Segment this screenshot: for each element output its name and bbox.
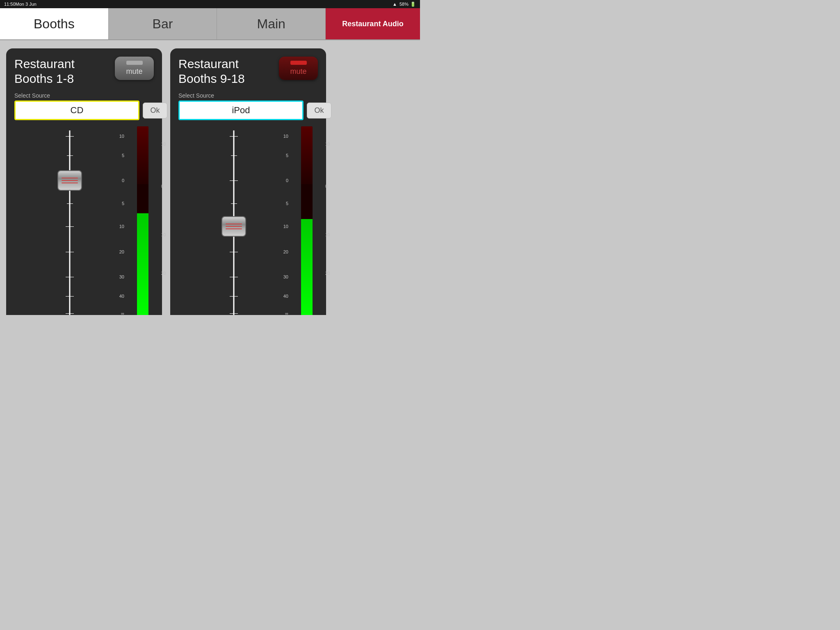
- z2-tick-40: [230, 296, 238, 297]
- z2-tick-10-top: [230, 136, 238, 137]
- zone2-source-section: Select Source Ok: [178, 92, 318, 120]
- fader-line-1: [62, 178, 78, 178]
- zone1-fader-knob[interactable]: [57, 170, 82, 191]
- tick-20: [66, 252, 74, 252]
- tab-booths[interactable]: Booths: [0, 8, 109, 39]
- zone1-header: Restaurant Booths 1-8 mute: [14, 57, 154, 86]
- tick-10-bot: [66, 226, 74, 227]
- status-date: Mon 3 Jun: [16, 2, 37, 7]
- z2-fader-line-1: [226, 224, 242, 224]
- z2-fader-line-3: [226, 228, 242, 229]
- zone2-source-row: Ok: [178, 100, 318, 120]
- zone2-level-meter: 10 0 10 20: [295, 126, 318, 315]
- zone2-source-input[interactable]: [178, 100, 304, 120]
- zone2-title: Restaurant Booths 9-18: [178, 57, 245, 86]
- zone1-meter-red: [137, 126, 148, 184]
- z2-tick-30: [230, 277, 238, 277]
- zone1-ok-button[interactable]: Ok: [143, 103, 167, 119]
- zone1-level-meter: 10 0 10 20: [131, 126, 154, 315]
- tab-main[interactable]: Main: [217, 8, 326, 39]
- zone2-meter-green: [301, 219, 313, 315]
- zone1-track: [69, 130, 71, 315]
- main-content: Restaurant Booths 1-8 mute Select Source…: [0, 40, 420, 315]
- zone1-title: Restaurant Booths 1-8: [14, 57, 75, 86]
- battery-status: 58%: [399, 2, 409, 7]
- brand-title: Restaurant Audio: [326, 8, 420, 39]
- wifi-icon: ▲: [393, 2, 397, 7]
- tick-10-top: [66, 136, 74, 137]
- z2-fader-line-2: [226, 226, 242, 227]
- tick-inf: [66, 313, 74, 314]
- zone1-source-input[interactable]: [14, 100, 139, 120]
- zone1-volume-slider[interactable]: 10 5 0 5 10 20 30: [14, 126, 125, 315]
- status-bar: 11:50 Mon 3 Jun ▲ 58% 🔋: [0, 0, 420, 8]
- zone1-slider-area: 10 5 0 5 10 20 30: [14, 126, 154, 315]
- z2-tick-0: [230, 180, 238, 181]
- tick-40: [66, 296, 74, 297]
- zone2-meter-track: [301, 126, 313, 315]
- zone2-slider-area: 10 5 0 5 10 20 30 40 ∞: [178, 126, 318, 315]
- zone2-mute-indicator: [290, 61, 307, 65]
- z2-tick-5-bot: [231, 203, 237, 204]
- zone2-mute-button[interactable]: mute: [279, 57, 318, 80]
- zone2-header: Restaurant Booths 9-18 mute: [178, 57, 318, 86]
- zone1-mute-button[interactable]: mute: [115, 57, 154, 80]
- zone1-meter-green: [137, 213, 148, 315]
- zone1-meter-track: [137, 126, 148, 315]
- zone1-source-section: Select Source Ok: [14, 92, 154, 120]
- status-time: 11:50: [4, 2, 16, 7]
- zone2-meter-red: [301, 126, 313, 184]
- z2-tick-inf: [230, 313, 238, 314]
- zone1-source-label: Select Source: [14, 92, 154, 99]
- tick-5-top: [67, 155, 73, 156]
- tab-bar: Booths Bar Main Restaurant Audio: [0, 8, 420, 40]
- tick-30: [66, 277, 74, 277]
- tick-5-bot: [67, 203, 73, 204]
- fader-line-2: [62, 180, 78, 181]
- right-panel: [334, 48, 414, 307]
- zone-card-1: Restaurant Booths 1-8 mute Select Source…: [6, 48, 162, 315]
- battery-icon: 🔋: [410, 2, 416, 7]
- zone1-mute-indicator: [126, 61, 143, 65]
- zone1-source-row: Ok: [14, 100, 154, 120]
- zone2-fader-knob[interactable]: [221, 216, 246, 237]
- zone-card-2: Restaurant Booths 9-18 mute Select Sourc…: [170, 48, 326, 315]
- zone2-ok-button[interactable]: Ok: [307, 103, 331, 119]
- zone2-volume-slider[interactable]: 10 5 0 5 10 20 30 40 ∞: [178, 126, 289, 315]
- tab-bar-item[interactable]: Bar: [109, 8, 217, 39]
- z2-tick-5-top: [231, 155, 237, 156]
- zone2-source-label: Select Source: [178, 92, 318, 99]
- fader-line-3: [62, 183, 78, 183]
- z2-tick-20: [230, 252, 238, 252]
